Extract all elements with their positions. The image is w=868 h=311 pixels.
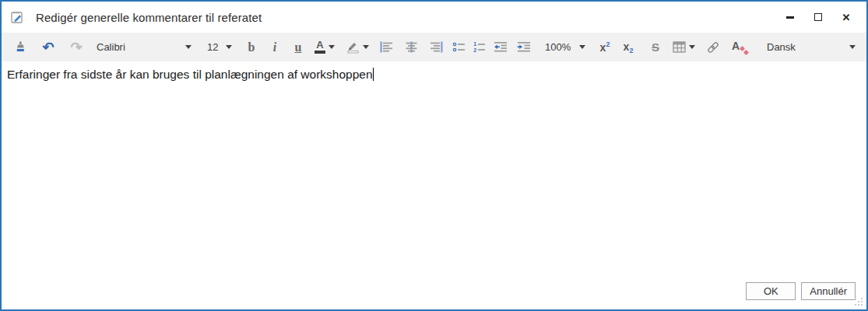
- underline-button[interactable]: u: [286, 37, 310, 58]
- font-name-select[interactable]: Calibri: [93, 37, 195, 58]
- superscript-icon: x2: [600, 40, 610, 54]
- edit-comments-dialog: Redigér generelle kommentarer til refera…: [0, 0, 868, 311]
- zoom-value: 100%: [545, 41, 571, 53]
- insert-table-button[interactable]: [669, 37, 698, 58]
- align-right-button[interactable]: [423, 37, 448, 58]
- format-painter-button[interactable]: [11, 37, 30, 58]
- cancel-button[interactable]: Annullér: [801, 282, 856, 300]
- minimize-icon: [786, 16, 794, 19]
- chevron-down-icon: [185, 45, 192, 49]
- increase-indent-button[interactable]: [512, 37, 536, 58]
- chevron-down-icon: [849, 45, 856, 49]
- decrease-indent-icon: [494, 41, 508, 53]
- superscript-button[interactable]: x2: [593, 37, 617, 58]
- link-icon: [706, 41, 720, 54]
- close-button[interactable]: ✕: [832, 5, 860, 29]
- editor-text: Erfaringer fra sidste år kan bruges til …: [7, 68, 373, 81]
- maximize-button[interactable]: [804, 5, 832, 29]
- font-name-value: Calibri: [97, 41, 125, 53]
- format-painter-icon: [14, 41, 27, 53]
- svg-text:1: 1: [473, 41, 476, 47]
- bullet-list-button[interactable]: [448, 37, 469, 58]
- svg-text:2: 2: [473, 47, 476, 53]
- minimize-button[interactable]: [776, 5, 804, 29]
- redo-button[interactable]: ↷: [67, 37, 86, 58]
- chevron-down-icon: [329, 45, 335, 49]
- italic-icon: i: [273, 41, 276, 54]
- spellcheck-icon: A: [732, 40, 749, 55]
- italic-button[interactable]: i: [263, 37, 286, 58]
- align-right-icon: [430, 41, 443, 53]
- insert-link-button[interactable]: [702, 37, 724, 58]
- close-icon: ✕: [842, 12, 851, 23]
- resize-grip[interactable]: [855, 298, 864, 307]
- highlight-button[interactable]: [343, 37, 372, 58]
- increase-indent-icon: [517, 41, 531, 53]
- font-size-value: 12: [207, 41, 218, 53]
- ok-button[interactable]: OK: [746, 282, 796, 300]
- strikethrough-icon: S: [652, 40, 659, 54]
- font-color-button[interactable]: A: [310, 37, 339, 58]
- align-left-button[interactable]: [374, 37, 399, 58]
- subscript-button[interactable]: x2: [617, 37, 640, 58]
- numbered-list-button[interactable]: 1 2: [469, 37, 489, 58]
- font-size-select[interactable]: 12: [204, 37, 235, 58]
- titlebar: Redigér generelle kommentarer til refera…: [2, 2, 866, 33]
- font-color-icon: A: [315, 40, 325, 54]
- bullet-list-icon: [452, 41, 466, 53]
- align-center-button[interactable]: [399, 37, 423, 58]
- undo-icon: ↶: [42, 40, 54, 54]
- format-toolbar: ↶ ↷ Calibri 12 b i u A: [2, 33, 866, 61]
- maximize-icon: [814, 13, 822, 21]
- chevron-down-icon: [363, 45, 369, 49]
- resize-grip-dots: [855, 298, 856, 299]
- align-left-icon: [380, 41, 393, 53]
- editor-area[interactable]: Erfaringer fra sidste år kan bruges til …: [2, 61, 866, 282]
- text-caret: [373, 68, 374, 81]
- chevron-down-icon: [689, 45, 695, 49]
- zoom-select[interactable]: 100%: [542, 37, 589, 58]
- chevron-down-icon: [579, 45, 585, 49]
- numbered-list-icon: 1 2: [473, 41, 486, 53]
- dialog-title: Redigér generelle kommentarer til refera…: [36, 11, 262, 24]
- language-value: Dansk: [767, 41, 796, 53]
- dialog-footer: OK Annullér: [2, 282, 866, 309]
- align-center-icon: [405, 41, 418, 53]
- language-select[interactable]: Dansk: [765, 37, 857, 58]
- table-icon: [673, 41, 686, 53]
- decrease-indent-button[interactable]: [489, 37, 512, 58]
- window-controls: ✕: [776, 2, 866, 33]
- chevron-down-icon: [226, 45, 232, 49]
- bold-icon: b: [248, 41, 255, 54]
- bold-button[interactable]: b: [240, 37, 263, 58]
- redo-icon: ↷: [70, 40, 82, 54]
- strikethrough-button[interactable]: S: [645, 37, 666, 58]
- spellcheck-button[interactable]: A: [729, 37, 752, 58]
- highlighter-icon: [346, 40, 360, 54]
- underline-icon: u: [295, 41, 302, 54]
- subscript-icon: x2: [624, 40, 634, 54]
- undo-button[interactable]: ↶: [39, 37, 58, 58]
- edit-note-icon: [9, 9, 25, 25]
